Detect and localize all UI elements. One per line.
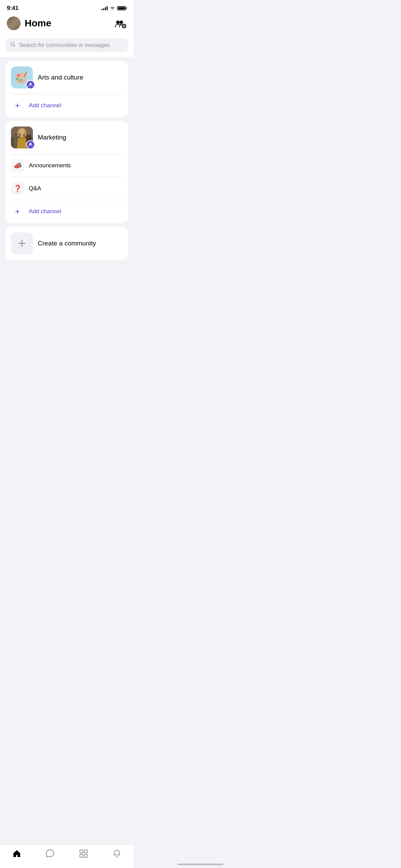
arts-badge-icon — [26, 80, 35, 89]
announcements-icon: 📣 — [11, 159, 24, 172]
header: Home — [0, 14, 134, 35]
search-container: Search for communities or messages — [0, 35, 134, 57]
arts-community-name: Arts and culture — [38, 74, 83, 81]
search-icon — [10, 42, 16, 49]
wifi-icon — [110, 6, 115, 10]
status-icons — [101, 6, 127, 10]
marketing-add-channel-plus-icon: + — [11, 205, 24, 218]
svg-point-10 — [17, 74, 20, 77]
community-card-marketing[interactable]: Marketing 📣 Announcements ❓ Q&A + Add ch… — [5, 121, 128, 223]
svg-point-1 — [120, 21, 123, 24]
svg-point-20 — [19, 129, 25, 135]
create-community-row: Create a community — [5, 227, 128, 260]
status-time: 9:41 — [7, 5, 19, 12]
content: Arts and culture + Add channel — [0, 57, 134, 298]
announcements-channel-name: Announcements — [29, 162, 71, 169]
qna-icon: ❓ — [11, 182, 24, 195]
create-community-plus-icon — [11, 232, 33, 254]
arts-add-channel-label: Add channel — [29, 102, 61, 109]
arts-add-channel-plus-icon: + — [11, 99, 24, 112]
announcements-channel-row[interactable]: 📣 Announcements — [5, 154, 128, 177]
svg-rect-17 — [14, 133, 18, 148]
marketing-community-name: Marketing — [38, 134, 66, 141]
qna-channel-row[interactable]: ❓ Q&A — [5, 177, 128, 200]
arts-add-channel-row[interactable]: + Add channel — [5, 94, 128, 117]
avatar[interactable] — [7, 16, 21, 30]
page-title: Home — [25, 18, 51, 29]
community-header-marketing: Marketing — [5, 121, 128, 154]
signal-icon — [101, 6, 108, 10]
marketing-add-channel-row[interactable]: + Add channel — [5, 200, 128, 223]
battery-icon — [117, 6, 127, 10]
community-header-arts: Arts and culture — [5, 61, 128, 94]
add-community-button[interactable] — [114, 18, 127, 29]
qna-channel-name: Q&A — [29, 185, 41, 192]
create-community-card[interactable]: Create a community — [5, 227, 128, 260]
arts-icon-wrap — [11, 67, 33, 88]
search-bar[interactable]: Search for communities or messages — [5, 38, 128, 52]
marketing-add-channel-label: Add channel — [29, 208, 61, 215]
svg-line-7 — [14, 46, 15, 47]
search-placeholder: Search for communities or messages — [19, 42, 110, 48]
create-community-label: Create a community — [38, 240, 96, 247]
svg-point-11 — [16, 77, 19, 80]
svg-point-0 — [116, 21, 120, 24]
status-bar: 9:41 — [0, 0, 134, 14]
header-left: Home — [7, 16, 51, 30]
svg-point-12 — [20, 79, 22, 82]
marketing-badge-icon — [26, 140, 35, 149]
marketing-icon-wrap — [11, 126, 33, 148]
community-card-arts[interactable]: Arts and culture + Add channel — [5, 61, 128, 117]
